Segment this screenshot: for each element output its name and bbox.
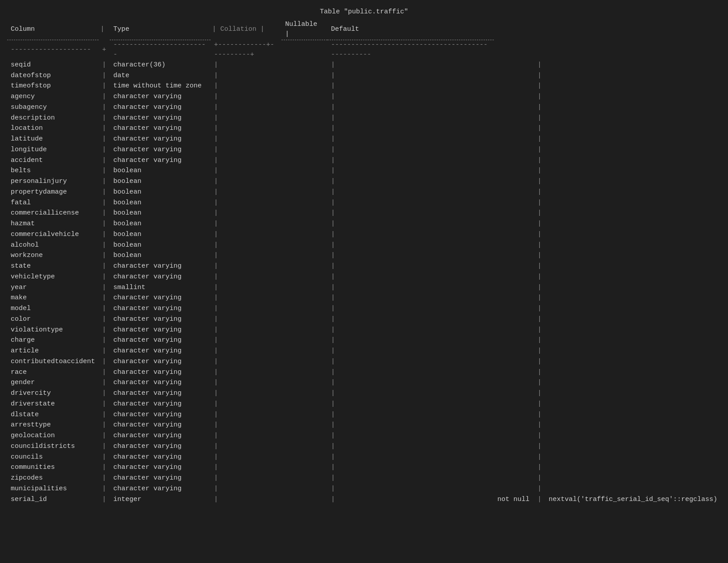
col-sep-4: |: [534, 91, 545, 102]
cell-default: [545, 314, 721, 325]
cell-type: character(36): [110, 60, 211, 70]
cell-column-name: arresttype: [7, 420, 99, 431]
col-sep-3: |: [327, 102, 494, 113]
table-row: make|character varying|||: [7, 293, 721, 303]
col-sep-4: |: [534, 303, 545, 314]
table-row: gender|character varying|||: [7, 377, 721, 388]
col-sep-4: |: [534, 229, 545, 240]
cell-column-name: state: [7, 261, 99, 272]
cell-column-name: subagency: [7, 102, 99, 113]
col-sep-1: |: [99, 367, 110, 378]
col-sep-4: |: [534, 145, 545, 155]
table-row: zipcodes|character varying|||: [7, 473, 721, 484]
cell-collation: [281, 420, 327, 431]
cell-collation: [281, 282, 327, 293]
cell-type: character varying: [110, 134, 211, 145]
cell-nullable: [494, 102, 534, 113]
table-row: communities|character varying|||: [7, 462, 721, 473]
col-sep-4: |: [534, 325, 545, 335]
cell-column-name: longitude: [7, 145, 99, 155]
col-sep-2: |: [211, 314, 282, 325]
cell-collation: [281, 399, 327, 410]
col-sep-3: |: [327, 282, 494, 293]
cell-nullable: [494, 452, 534, 463]
cell-column-name: dlstate: [7, 410, 99, 420]
cell-type: character varying: [110, 388, 211, 399]
col-sep-4: |: [534, 261, 545, 272]
cell-type: character varying: [110, 155, 211, 166]
col-sep-4: |: [534, 134, 545, 145]
table-row: accident|character varying|||: [7, 155, 721, 166]
col-sep-1: |: [99, 335, 110, 346]
cell-type: character varying: [110, 410, 211, 420]
col-sep-2: |: [211, 272, 282, 282]
cell-nullable: [494, 399, 534, 410]
table-row: councildistricts|character varying|||: [7, 441, 721, 452]
col-sep-2: |: [211, 420, 282, 431]
cell-nullable: not null: [494, 494, 534, 505]
cell-type: boolean: [110, 176, 211, 187]
table-row: race|character varying|||: [7, 367, 721, 378]
cell-column-name: drivercity: [7, 388, 99, 399]
cell-type: character varying: [110, 293, 211, 303]
col-sep-2: |: [211, 484, 282, 494]
cell-nullable: [494, 314, 534, 325]
cell-collation: [281, 102, 327, 113]
table-row: latitude|character varying|||: [7, 134, 721, 145]
col-sep-3: |: [327, 91, 494, 102]
col-sep-2: |: [211, 462, 282, 473]
col-sep-2: |: [211, 473, 282, 484]
cell-type: character varying: [110, 314, 211, 325]
table-title: Table "public.traffic": [7, 7, 721, 17]
cell-collation: [281, 272, 327, 282]
cell-collation: [281, 377, 327, 388]
col-sep-3: |: [327, 166, 494, 176]
col-sep-4: |: [534, 176, 545, 187]
col-sep-2: |: [211, 155, 282, 166]
cell-type: character varying: [110, 145, 211, 155]
sep2: | Collation |: [211, 19, 282, 40]
col-sep-4: |: [534, 473, 545, 484]
col-sep-3: |: [327, 176, 494, 187]
cell-type: character varying: [110, 462, 211, 473]
cell-default: [545, 187, 721, 198]
table-row: councils|character varying|||: [7, 452, 721, 463]
cell-nullable: [494, 166, 534, 176]
col-sep-3: |: [327, 314, 494, 325]
col-sep-2: |: [211, 293, 282, 303]
col-sep-3: |: [327, 484, 494, 494]
cell-nullable: [494, 367, 534, 378]
col-sep-2: |: [211, 113, 282, 124]
col-sep-1: |: [99, 303, 110, 314]
col-sep-2: |: [211, 399, 282, 410]
cell-nullable: [494, 81, 534, 91]
cell-column-name: description: [7, 113, 99, 124]
cell-default: [545, 346, 721, 356]
table-row: color|character varying|||: [7, 314, 721, 325]
col-sep-3: |: [327, 452, 494, 463]
col-sep-1: |: [99, 70, 110, 81]
cell-default: [545, 60, 721, 70]
col-sep-2: |: [211, 261, 282, 272]
cell-collation: [281, 166, 327, 176]
cell-default: [545, 70, 721, 81]
col-sep-4: |: [534, 81, 545, 91]
col-sep-2: |: [211, 452, 282, 463]
cell-default: [545, 91, 721, 102]
cell-column-name: article: [7, 346, 99, 356]
cell-default: [545, 155, 721, 166]
cell-collation: [281, 410, 327, 420]
cell-default: [545, 431, 721, 441]
table-row: personalinjury|boolean|||: [7, 176, 721, 187]
col-sep-2: |: [211, 70, 282, 81]
col-sep-1: |: [99, 420, 110, 431]
cell-nullable: [494, 473, 534, 484]
cell-nullable: [494, 462, 534, 473]
cell-column-name: agency: [7, 91, 99, 102]
col-sep-4: |: [534, 123, 545, 134]
table-row: state|character varying|||: [7, 261, 721, 272]
col-sep-4: |: [534, 282, 545, 293]
cell-type: character varying: [110, 452, 211, 463]
cell-nullable: [494, 420, 534, 431]
cell-default: [545, 367, 721, 378]
